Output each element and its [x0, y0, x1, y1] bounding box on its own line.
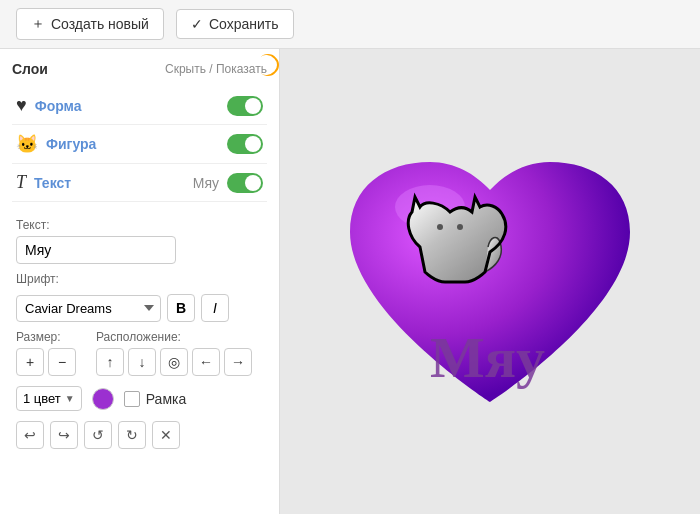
size-controls: + − — [16, 348, 76, 376]
pos-down-button[interactable]: ↓ — [128, 348, 156, 376]
size-label: Размер: — [16, 330, 76, 344]
italic-button[interactable]: I — [201, 294, 229, 322]
color-row: 1 цвет ▼ Рамка — [16, 386, 263, 411]
font-row: Caviar Dreams Arial Times New Roman B I — [16, 294, 263, 322]
size-pos-row: Размер: + − Расположение: ↑ ↓ ◎ ← → — [16, 330, 263, 376]
save-label: Сохранить — [209, 16, 279, 32]
text-field-label: Текст: — [16, 218, 263, 232]
frame-label: Рамка — [146, 391, 187, 407]
main-area: Слои Скрыть / Показать ♥ Форма 🐱 Фигура … — [0, 49, 700, 514]
color-swatch[interactable] — [92, 388, 114, 410]
pos-left-button[interactable]: ← — [192, 348, 220, 376]
layer-row-figura: 🐱 Фигура — [12, 125, 267, 164]
heart-icon: ♥ — [16, 95, 27, 116]
rotate-right-button[interactable]: ↻ — [118, 421, 146, 449]
cat-icon: 🐱 — [16, 133, 38, 155]
frame-checkbox[interactable] — [124, 391, 140, 407]
text-toggle[interactable] — [227, 173, 263, 193]
layers-title: Слои — [12, 61, 48, 77]
create-new-button[interactable]: ＋ Создать новый — [16, 8, 164, 40]
font-select[interactable]: Caviar Dreams Arial Times New Roman — [16, 295, 161, 322]
check-icon: ✓ — [191, 16, 203, 32]
pos-controls: ↑ ↓ ◎ ← → — [96, 348, 252, 376]
forma-label[interactable]: Форма — [35, 98, 219, 114]
text-section: Текст: Шрифт: Caviar Dreams Arial Times … — [12, 202, 267, 457]
left-panel: Слои Скрыть / Показать ♥ Форма 🐱 Фигура … — [0, 49, 280, 514]
undo-button[interactable]: ↩ — [16, 421, 44, 449]
svg-point-1 — [457, 224, 463, 230]
bold-button[interactable]: B — [167, 294, 195, 322]
chevron-down-icon: ▼ — [65, 393, 75, 404]
pos-right-button[interactable]: → — [224, 348, 252, 376]
pos-group: Расположение: ↑ ↓ ◎ ← → — [96, 330, 252, 376]
save-button[interactable]: ✓ Сохранить — [176, 9, 294, 39]
plus-icon: ＋ — [31, 15, 45, 33]
pos-label: Расположение: — [96, 330, 252, 344]
preview-svg: Мяу — [330, 132, 650, 432]
size-plus-button[interactable]: + — [16, 348, 44, 376]
layers-header: Слои Скрыть / Показать — [12, 61, 267, 77]
text-layer-label[interactable]: Текст — [34, 175, 185, 191]
text-input[interactable] — [16, 236, 176, 264]
delete-button[interactable]: ✕ — [152, 421, 180, 449]
rotate-left-button[interactable]: ↺ — [84, 421, 112, 449]
text-layer-value: Мяу — [193, 175, 219, 191]
frame-checkbox-row[interactable]: Рамка — [124, 391, 187, 407]
size-minus-button[interactable]: − — [48, 348, 76, 376]
pos-up-button[interactable]: ↑ — [96, 348, 124, 376]
preview-text: Мяу — [430, 325, 545, 390]
text-icon: T — [16, 172, 26, 193]
figura-label[interactable]: Фигура — [46, 136, 219, 152]
layer-row-forma: ♥ Форма — [12, 87, 267, 125]
forma-toggle[interactable] — [227, 96, 263, 116]
size-group: Размер: + − — [16, 330, 76, 376]
preview-area: Мяу — [320, 112, 660, 452]
right-canvas: Мяу — [280, 49, 700, 514]
create-new-label: Создать новый — [51, 16, 149, 32]
color-count-label: 1 цвет — [23, 391, 61, 406]
font-field-label: Шрифт: — [16, 272, 263, 286]
pos-center-button[interactable]: ◎ — [160, 348, 188, 376]
svg-point-0 — [437, 224, 443, 230]
action-row: ↩ ↪ ↺ ↻ ✕ — [16, 421, 263, 449]
layer-row-text: T Текст Мяу — [12, 164, 267, 202]
color-count-select[interactable]: 1 цвет ▼ — [16, 386, 82, 411]
hide-show-link[interactable]: Скрыть / Показать — [165, 62, 267, 76]
top-bar: ＋ Создать новый ✓ Сохранить — [0, 0, 700, 49]
figura-toggle[interactable] — [227, 134, 263, 154]
redo-button[interactable]: ↪ — [50, 421, 78, 449]
